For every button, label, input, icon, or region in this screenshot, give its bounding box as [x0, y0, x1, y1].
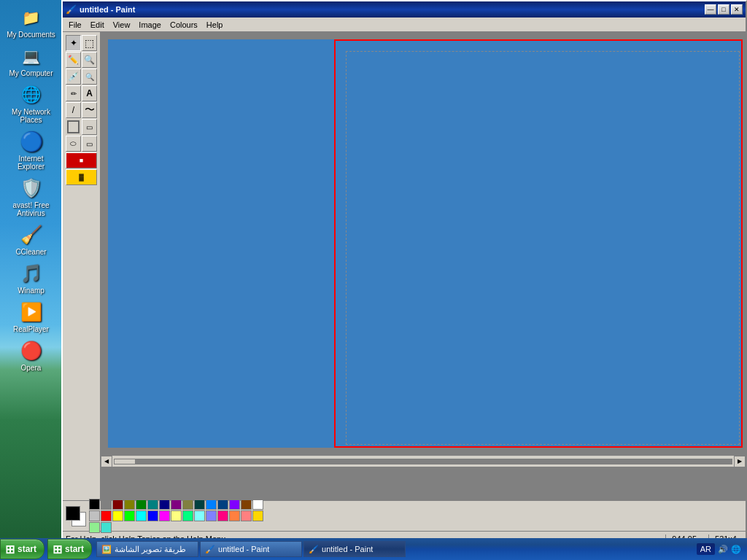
horizontal-scrollbar[interactable]: ◀ ▶ — [101, 455, 746, 467]
color-swatch[interactable] — [89, 510, 100, 521]
desktop: 📁 My Documents 💻 My Computer 🌐 My Networ… — [0, 0, 747, 560]
color-swatch[interactable] — [147, 499, 158, 510]
scroll-left-button[interactable]: ◀ — [101, 456, 112, 467]
title-bar-buttons: — □ ✕ — [705, 4, 743, 15]
tool-custom2[interactable]: ▓ — [66, 169, 97, 185]
tool-eraser[interactable]: ✏️ — [66, 52, 81, 68]
minimize-button[interactable]: — — [705, 4, 716, 15]
color-swatch[interactable] — [147, 510, 158, 521]
sidebar-item-avast[interactable]: 🛡️ avast! Free Antivirus — [4, 174, 58, 219]
canvas-container[interactable]: ◀ ▶ — [101, 32, 746, 500]
menu-colours[interactable]: Colours — [166, 19, 202, 31]
paint-app-icon: 🖌️ — [66, 4, 77, 15]
maximize-button[interactable]: □ — [718, 4, 729, 15]
color-swatch[interactable] — [159, 499, 170, 510]
color-swatch[interactable] — [241, 499, 252, 510]
sidebar-item-ie[interactable]: 🔵 Internet Explorer — [4, 128, 58, 173]
sidebar-item-my-documents[interactable]: 📁 My Documents — [4, 4, 58, 41]
color-swatch[interactable] — [171, 510, 182, 521]
tool-ellipse[interactable]: ⬭ — [66, 136, 81, 152]
color-swatch[interactable] — [112, 510, 123, 521]
taskbar-item-paint1-icon: 🖌️ — [205, 545, 215, 554]
color-swatch[interactable] — [252, 499, 263, 510]
menu-view[interactable]: View — [109, 19, 135, 31]
tool-picker[interactable]: 💉 — [66, 69, 81, 85]
color-swatch[interactable] — [171, 499, 182, 510]
color-swatch[interactable] — [229, 499, 240, 510]
color-swatch[interactable] — [229, 510, 240, 521]
foreground-color-box[interactable] — [66, 506, 80, 521]
network-icon: 🌐 — [731, 545, 741, 554]
tool-line[interactable]: / — [66, 102, 81, 118]
color-swatch[interactable] — [89, 499, 100, 510]
color-swatch[interactable] — [124, 510, 135, 521]
start-button-1[interactable]: ⊞ start — [0, 539, 44, 559]
taskbar-item-paint2[interactable]: 🖌️ untitled - Paint — [303, 541, 406, 557]
color-swatch[interactable] — [182, 499, 193, 510]
color-swatch[interactable] — [252, 510, 263, 521]
color-swatch[interactable] — [124, 499, 135, 510]
tool-select-freeform[interactable]: ✦ — [66, 35, 81, 51]
color-swatch[interactable] — [206, 499, 217, 510]
desktop-icons-left: 📁 My Documents 💻 My Computer 🌐 My Networ… — [0, 0, 62, 560]
color-swatch[interactable] — [217, 510, 228, 521]
tool-pencil[interactable]: ✏ — [66, 85, 81, 101]
scroll-right-button[interactable]: ▶ — [734, 456, 746, 467]
tool-ellipse-fill[interactable]: ▭ — [82, 136, 97, 152]
palette-colors — [89, 499, 264, 533]
color-swatch[interactable] — [159, 510, 170, 521]
tool-row-5: / 〜 — [66, 102, 97, 118]
menu-file[interactable]: File — [64, 19, 86, 31]
tool-text[interactable]: A — [82, 85, 97, 101]
taskbar-item-arabic[interactable]: 🖼️ طريقة تصوير الشاشة — [96, 541, 198, 557]
close-button[interactable]: ✕ — [731, 4, 743, 15]
sidebar-item-my-computer[interactable]: 💻 My Computer — [4, 42, 58, 79]
tool-row-7: ⬭ ▭ — [66, 136, 97, 152]
color-swatch[interactable] — [112, 499, 123, 510]
menu-help[interactable]: Help — [202, 19, 228, 31]
tool-row-8: ■ — [66, 152, 97, 168]
taskbar-items: 🖼️ طريقة تصوير الشاشة 🖌️ untitled - Pain… — [96, 541, 686, 557]
color-swatch[interactable] — [194, 510, 205, 521]
taskbar-item-arabic-label: طريقة تصوير الشاشة — [115, 545, 186, 554]
scroll-track[interactable] — [114, 459, 732, 464]
color-swatch[interactable] — [101, 510, 112, 521]
taskbar: ⊞ start ⊞ start 🖼️ طريقة تصوير الشاشة 🖌️… — [0, 538, 747, 560]
color-swatch[interactable] — [89, 522, 100, 533]
canvas-area[interactable] — [108, 39, 743, 448]
tool-row-9: ▓ — [66, 169, 97, 185]
sidebar-item-ccleaner[interactable]: 🧹 CCleaner — [4, 221, 58, 258]
taskbar-item-paint2-icon: 🖌️ — [309, 545, 319, 554]
menu-image[interactable]: Image — [134, 19, 166, 31]
color-swatch[interactable] — [206, 510, 217, 521]
tool-curve[interactable]: 〜 — [82, 102, 97, 118]
sidebar-item-winamp[interactable]: 🎵 Winamp — [4, 260, 58, 297]
tool-row-4: ✏ A — [66, 85, 97, 101]
menu-edit[interactable]: Edit — [86, 19, 109, 31]
color-swatch[interactable] — [194, 499, 205, 510]
sidebar-item-my-network[interactable]: 🌐 My Network Places — [4, 81, 58, 126]
sidebar-item-opera[interactable]: 🔴 Opera — [4, 337, 58, 374]
tool-rect-fill[interactable]: ▭ — [82, 119, 97, 135]
color-swatch[interactable] — [182, 510, 193, 521]
tool-row-1: ✦ ⬚ — [66, 35, 97, 51]
sidebar-item-realplayer[interactable]: ▶️ RealPlayer — [4, 298, 58, 335]
scroll-thumb[interactable] — [114, 459, 136, 464]
tool-custom1[interactable]: ■ — [66, 152, 97, 168]
color-swatch[interactable] — [101, 499, 112, 510]
taskbar-item-paint2-label: untitled - Paint — [322, 545, 373, 553]
tool-rect[interactable] — [67, 120, 80, 133]
taskbar-item-paint1[interactable]: 🖌️ untitled - Paint — [200, 541, 302, 557]
color-swatch[interactable] — [136, 510, 147, 521]
color-swatch[interactable] — [101, 522, 112, 533]
tool-row-6: ▭ — [66, 119, 97, 135]
tool-select-rect[interactable]: ⬚ — [82, 35, 97, 51]
tool-zoom[interactable]: 🔍 — [82, 52, 97, 68]
toolbox: ✦ ⬚ ✏️ 🔍 💉 🔍 ✏ A / 〜 — [63, 32, 101, 500]
color-swatch[interactable] — [217, 499, 228, 510]
start-button-2[interactable]: ⊞ start — [47, 539, 92, 559]
tool-magnify[interactable]: 🔍 — [82, 69, 97, 85]
color-swatch[interactable] — [241, 510, 252, 521]
color-swatch[interactable] — [136, 499, 147, 510]
start-label-1: start — [18, 544, 36, 554]
